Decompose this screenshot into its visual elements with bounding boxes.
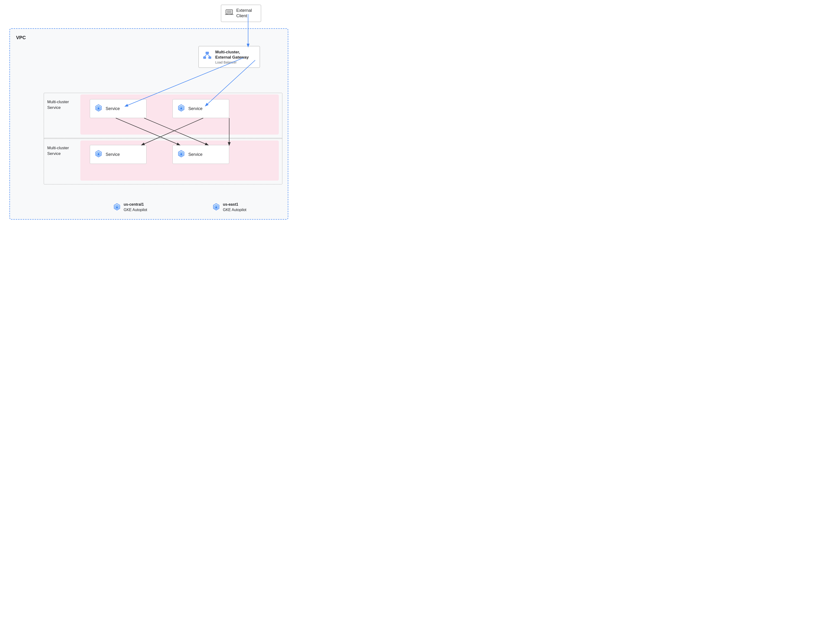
- laptop-icon: [225, 9, 233, 17]
- service-text-r2-left: Service: [106, 152, 120, 157]
- service-text-r1-left: Service: [106, 106, 120, 111]
- service-box-r2-left: Service: [90, 145, 147, 164]
- gke-icon-right: [212, 203, 220, 212]
- svg-line-8: [207, 54, 210, 57]
- external-client-label: External Client: [236, 8, 252, 19]
- gke-item-right: us-east1 GKE Autopilot: [212, 202, 247, 213]
- gke-icon-left: [113, 203, 121, 212]
- mcs-border-2: [44, 138, 282, 185]
- external-client-box: External Client: [221, 5, 261, 22]
- mcs-label-2: Multi-cluster Service: [47, 145, 69, 156]
- lb-title: Multi-cluster, External Gateway: [215, 50, 249, 60]
- svg-rect-3: [228, 14, 231, 14]
- mcs-border-1: [44, 93, 282, 139]
- load-balancer-box: Multi-cluster, External Gateway Load Bal…: [198, 46, 260, 68]
- service-icon-r2-left: [95, 150, 102, 159]
- lb-text: Multi-cluster, External Gateway Load Bal…: [215, 50, 249, 64]
- service-icon-r2-right: [177, 150, 185, 159]
- mcs-label-1: Multi-cluster Service: [47, 99, 69, 111]
- diagram-container: External Client Google Cloud VPC: [0, 0, 298, 227]
- svg-rect-4: [206, 52, 209, 54]
- svg-rect-1: [227, 10, 232, 13]
- service-icon-r1-left: [95, 104, 102, 113]
- svg-rect-5: [203, 57, 206, 59]
- service-box-r1-left: Service: [90, 99, 147, 118]
- svg-line-7: [205, 54, 207, 57]
- service-text-r2-right: Service: [188, 152, 202, 157]
- service-box-r1-right: Service: [172, 99, 229, 118]
- gke-labels: us-central1 GKE Autopilot us-east1 GKE A…: [80, 202, 279, 213]
- service-icon-r1-right: [177, 104, 185, 113]
- lb-icon: [202, 51, 212, 63]
- lb-subtitle: Load Balancer: [215, 60, 249, 64]
- gke-text-left: us-central1 GKE Autopilot: [123, 202, 147, 213]
- vpc-label: VPC: [16, 35, 26, 40]
- service-text-r1-right: Service: [188, 106, 202, 111]
- svg-rect-6: [209, 57, 211, 59]
- gke-text-right: us-east1 GKE Autopilot: [223, 202, 247, 213]
- service-box-r2-right: Service: [172, 145, 229, 164]
- gke-item-left: us-central1 GKE Autopilot: [113, 202, 147, 213]
